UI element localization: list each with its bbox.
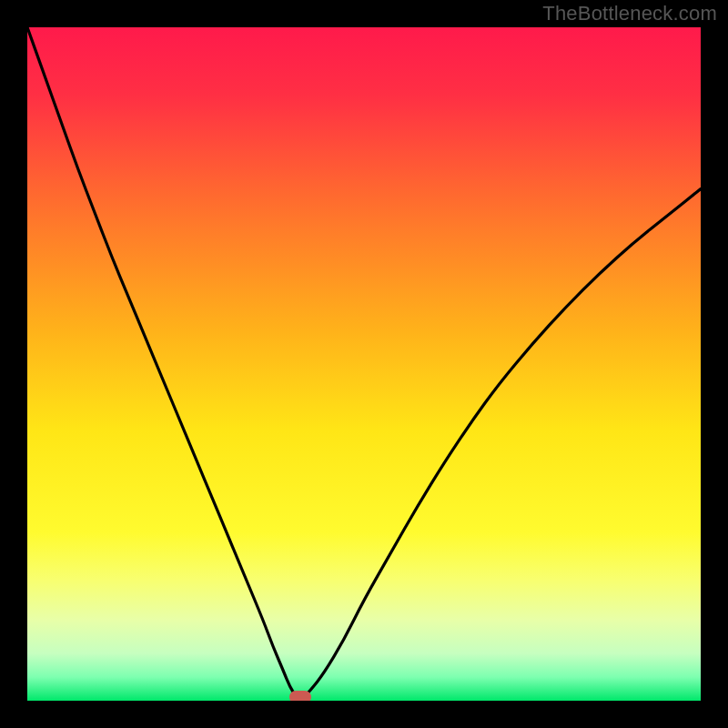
- chart-frame: TheBottleneck.com: [0, 0, 728, 728]
- bottleneck-curve: [27, 27, 701, 701]
- watermark-text: TheBottleneck.com: [542, 2, 717, 25]
- plot-area: [27, 27, 701, 701]
- optimal-marker: [289, 691, 311, 701]
